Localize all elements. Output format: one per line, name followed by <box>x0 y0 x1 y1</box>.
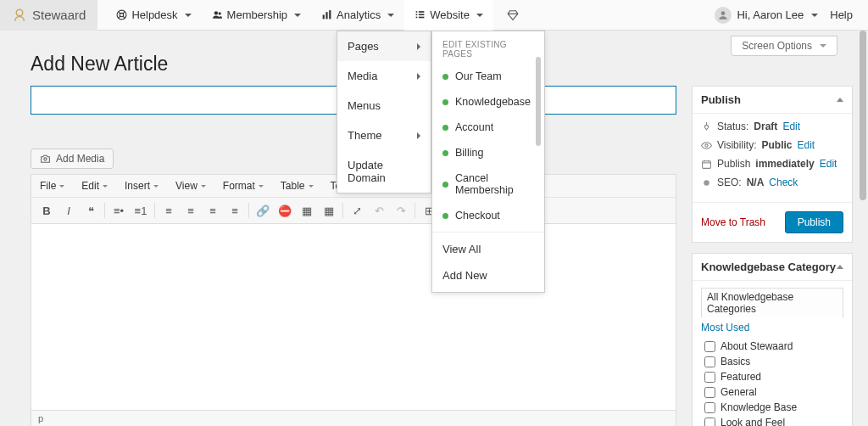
move-to-trash-link[interactable]: Move to Trash <box>701 216 765 228</box>
align-center-button[interactable]: ≡ <box>181 201 201 220</box>
svg-point-19 <box>44 157 47 160</box>
category-item[interactable]: About Stewaard <box>701 339 843 354</box>
topbar-right: Hi, Aaron Lee Help <box>715 7 868 24</box>
svg-rect-16 <box>419 14 425 15</box>
chart-icon <box>321 9 332 20</box>
editor-textarea[interactable] <box>31 224 676 411</box>
menu-file[interactable]: File <box>31 175 73 197</box>
svg-line-5 <box>119 16 120 18</box>
nav-website[interactable]: Website <box>404 0 493 31</box>
menu-insert[interactable]: Insert <box>116 175 167 197</box>
page-item[interactable]: Billing <box>432 140 544 165</box>
category-checkbox[interactable] <box>704 387 715 398</box>
seo-check-link[interactable]: Check <box>769 177 798 188</box>
page-item[interactable]: Checkout <box>432 203 544 228</box>
category-item[interactable]: Basics <box>701 354 843 369</box>
tab-all-categories[interactable]: All Knowledgebase Categories <box>701 288 843 318</box>
page-item[interactable]: Account <box>432 115 544 140</box>
bold-button[interactable]: B <box>36 201 57 220</box>
page-scrollbar[interactable] <box>860 31 866 200</box>
pages-flyout: EDIT EXISTING PAGES Our Team Knowledgeba… <box>431 31 545 293</box>
align-right-button[interactable]: ≡ <box>203 201 223 220</box>
publish-button[interactable]: Publish <box>785 211 843 233</box>
table-button[interactable]: ▦ <box>319 201 339 220</box>
brand-logo[interactable]: Stewaard <box>0 0 97 31</box>
undo-button[interactable]: ↶ <box>369 201 389 220</box>
website-dropdown: Pages Media Menus Theme Update Domain <box>337 31 431 193</box>
category-checkbox[interactable] <box>704 402 715 413</box>
editor-statusbar: p Word count: 0 <box>31 411 676 426</box>
tab-most-used[interactable]: Most Used <box>701 322 749 334</box>
eye-icon <box>701 140 712 151</box>
screen-options-button[interactable]: Screen Options <box>731 36 837 56</box>
page-item[interactable]: Cancel Membership <box>432 165 544 203</box>
svg-line-4 <box>124 12 125 14</box>
ul-button[interactable]: ≡• <box>108 201 129 220</box>
ol-button[interactable]: ≡1 <box>131 201 151 220</box>
add-media-button[interactable]: Add Media <box>31 149 114 169</box>
category-item[interactable]: Look and Feel <box>701 415 843 426</box>
svg-line-6 <box>124 16 125 18</box>
menu-view[interactable]: View <box>167 175 214 197</box>
dropdown-theme[interactable]: Theme <box>337 121 431 150</box>
main-nav: Helpdesk Membership Analytics Website <box>106 0 529 31</box>
nav-analytics[interactable]: Analytics <box>311 0 404 31</box>
nav-membership[interactable]: Membership <box>202 0 312 31</box>
svg-point-25 <box>704 180 709 186</box>
svg-rect-17 <box>419 17 425 19</box>
menu-format[interactable]: Format <box>214 175 272 197</box>
flyout-view-all[interactable]: View All <box>432 236 544 262</box>
page-item[interactable]: Our Team <box>432 64 544 89</box>
italic-button[interactable]: I <box>58 201 79 220</box>
caret-down-icon <box>59 185 64 188</box>
editor: File Edit Insert View Format Table Tools… <box>31 174 676 426</box>
collapse-icon[interactable] <box>837 98 843 102</box>
flyout-scrollbar[interactable] <box>536 57 541 146</box>
image-button[interactable]: ▦ <box>297 201 317 220</box>
edit-status-link[interactable]: Edit <box>782 121 800 132</box>
nav-premium[interactable] <box>497 0 529 31</box>
fullscreen-button[interactable]: ⤢ <box>347 201 367 220</box>
category-tabs: All Knowledgebase Categories Most Used <box>701 288 843 334</box>
dropdown-update-domain[interactable]: Update Domain <box>337 150 431 193</box>
flyout-scroll[interactable]: Our Team Knowledgebase Account Billing C… <box>432 64 544 228</box>
dropdown-pages[interactable]: Pages <box>337 31 431 61</box>
dropdown-menus[interactable]: Menus <box>337 91 431 121</box>
category-metabox: Knowledgebase Category All Knowledgebase… <box>692 253 853 426</box>
category-checkbox[interactable] <box>704 341 715 352</box>
redo-button[interactable]: ↷ <box>391 201 411 220</box>
flyout-add-new[interactable]: Add New <box>432 262 544 289</box>
media-icon <box>40 154 51 165</box>
menu-edit[interactable]: Edit <box>73 175 116 197</box>
collapse-icon[interactable] <box>837 265 843 269</box>
unlink-button[interactable]: ⛔ <box>275 201 295 220</box>
category-item[interactable]: Knowledge Base <box>701 400 843 415</box>
dropdown-media[interactable]: Media <box>337 61 431 91</box>
link-button[interactable]: 🔗 <box>253 201 273 220</box>
quote-button[interactable]: ❝ <box>81 201 101 220</box>
edit-visibility-link[interactable]: Edit <box>797 139 815 151</box>
nav-helpdesk[interactable]: Helpdesk <box>106 0 201 31</box>
chevron-right-icon <box>417 132 420 139</box>
page-item[interactable]: Knowledgebase <box>432 89 544 115</box>
life-ring-icon <box>116 9 127 20</box>
status-dot-icon <box>442 150 448 156</box>
diamond-icon <box>507 9 519 21</box>
avatar-icon <box>717 9 729 21</box>
category-list[interactable]: About Stewaard Basics Featured General K… <box>701 339 843 426</box>
category-item[interactable]: Featured <box>701 369 843 384</box>
caret-down-icon <box>153 185 159 188</box>
category-checkbox[interactable] <box>704 372 715 383</box>
svg-rect-11 <box>329 10 331 19</box>
align-left-button[interactable]: ≡ <box>159 201 179 220</box>
category-checkbox[interactable] <box>704 356 715 367</box>
category-item[interactable]: General <box>701 384 843 400</box>
user-menu[interactable]: Hi, Aaron Lee <box>715 7 818 24</box>
menu-table[interactable]: Table <box>272 175 322 197</box>
editor-toolbar: B I ❝ ≡• ≡1 ≡ ≡ ≡ ≡ 🔗 ⛔ ▦ ▦ <box>31 197 676 224</box>
edit-schedule-link[interactable]: Edit <box>820 158 837 170</box>
status-row: Status: Draft Edit <box>701 121 843 132</box>
category-checkbox[interactable] <box>704 418 715 427</box>
help-link[interactable]: Help <box>830 8 853 21</box>
align-justify-button[interactable]: ≡ <box>225 201 245 220</box>
